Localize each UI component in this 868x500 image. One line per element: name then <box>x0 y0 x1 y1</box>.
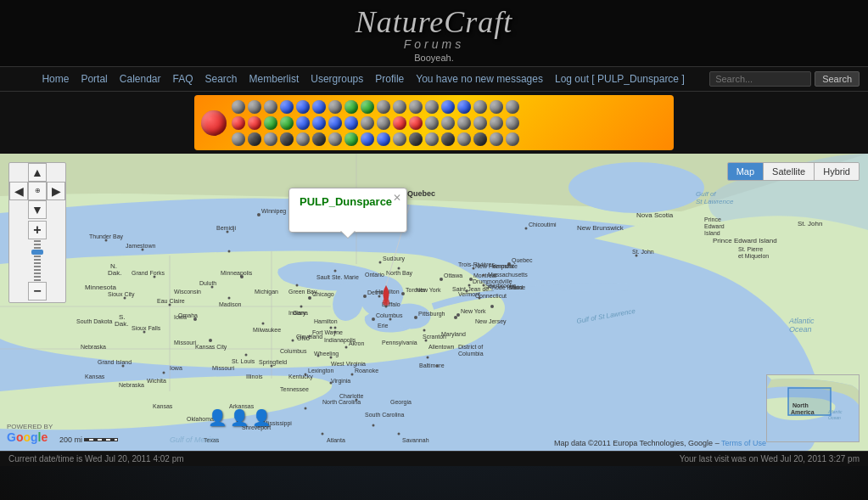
marble <box>312 132 326 146</box>
svg-point-179 <box>479 297 481 300</box>
zoom-slider[interactable]: + − <box>28 219 47 302</box>
svg-text:Allentown: Allentown <box>428 344 454 350</box>
svg-text:Sioux Falls: Sioux Falls <box>132 325 161 331</box>
svg-text:Jamestown: Jamestown <box>126 243 156 249</box>
marble <box>441 100 455 114</box>
svg-point-104 <box>372 424 375 427</box>
nav-faq[interactable]: FAQ <box>173 73 193 85</box>
svg-point-17 <box>440 278 443 281</box>
svg-point-23 <box>456 313 460 317</box>
svg-text:Kansas: Kansas <box>85 374 105 379</box>
svg-text:Madison: Madison <box>219 301 242 307</box>
svg-text:Ontario: Ontario <box>365 272 384 278</box>
marble <box>441 116 455 130</box>
svg-point-105 <box>292 340 294 342</box>
banner <box>194 95 674 150</box>
map-pan-left[interactable]: ◀ <box>9 182 28 200</box>
svg-text:Atlanta: Atlanta <box>327 437 345 443</box>
svg-text:Quebec: Quebec <box>407 189 435 198</box>
svg-text:Island: Island <box>704 230 720 236</box>
nav-memberlist[interactable]: Memberlist <box>249 73 300 85</box>
search-input[interactable] <box>709 71 811 87</box>
svg-text:New York: New York <box>416 287 441 293</box>
map-container[interactable]: Winnipeg Minneapolis Chicago Detroit Tor… <box>0 154 868 451</box>
svg-text:Wisconsin: Wisconsin <box>174 289 201 295</box>
nav-logout[interactable]: Log out [ PULP_Dunsparce ] <box>555 73 685 85</box>
svg-text:Bemidji: Bemidji <box>216 225 236 232</box>
site-subtitle: Forums <box>0 37 868 51</box>
marble <box>344 116 358 130</box>
marble <box>506 100 519 114</box>
nav-usergroups[interactable]: Usergroups <box>311 73 363 85</box>
zoom-handle[interactable] <box>31 250 43 255</box>
svg-point-137 <box>389 318 392 321</box>
scale-bar: 200 mi <box>59 435 118 444</box>
nav-profile[interactable]: Profile <box>375 73 404 85</box>
svg-text:Dak.: Dak. <box>115 320 128 328</box>
svg-point-124 <box>228 250 231 253</box>
nav-home[interactable]: Home <box>42 73 69 85</box>
svg-text:Thunder Bay: Thunder Bay <box>89 233 124 240</box>
svg-point-1 <box>568 162 704 213</box>
map-type-satellite[interactable]: Satellite <box>764 163 815 180</box>
marble <box>425 100 439 114</box>
navigation-bar: Home Portal Calendar FAQ Search Memberli… <box>0 66 868 92</box>
map-pan-up[interactable]: ▲ <box>28 163 47 182</box>
marble <box>457 100 471 114</box>
banner-content <box>194 97 674 149</box>
map-recenter[interactable]: ⊕ <box>28 182 47 200</box>
marble <box>232 100 245 114</box>
map-controls: ▲ ◀ ⊕ ▶ ▼ + − <box>8 162 66 303</box>
marble <box>490 100 503 114</box>
svg-text:Iowa: Iowa <box>174 314 187 320</box>
map-type-buttons: Map Satellite Hybrid <box>727 162 860 181</box>
user-icon-gray[interactable]: 👤 <box>252 408 271 427</box>
nav-search[interactable]: Search <box>205 73 238 85</box>
map-credit: Map data ©2011 Europa Technologies, Goog… <box>554 439 766 447</box>
popup-close-button[interactable]: ✕ <box>393 192 401 204</box>
svg-text:Indianapolis: Indianapolis <box>324 337 356 344</box>
svg-text:Gulf of: Gulf of <box>696 190 716 198</box>
map-pan-right[interactable]: ▶ <box>47 182 65 200</box>
marble <box>280 100 294 114</box>
marble <box>473 132 487 146</box>
svg-text:Kansas City: Kansas City <box>195 344 227 351</box>
svg-text:Massachusetts: Massachusetts <box>488 272 528 278</box>
svg-point-93 <box>351 374 354 376</box>
svg-point-146 <box>300 306 303 308</box>
marble <box>264 132 277 146</box>
footer: Current date/time is Wed Jul 20, 2011 4:… <box>0 451 868 466</box>
marble <box>506 132 519 146</box>
svg-text:New Jersey: New Jersey <box>475 318 507 325</box>
svg-point-148 <box>334 331 337 334</box>
search-button[interactable]: Search <box>815 71 860 87</box>
svg-text:Kentucky: Kentucky <box>288 374 313 380</box>
map-pan-down[interactable]: ▼ <box>28 200 47 219</box>
user-icon-brown[interactable]: 👤 <box>230 408 249 427</box>
svg-text:South Carolina: South Carolina <box>365 412 404 418</box>
map-type-hybrid[interactable]: Hybrid <box>815 163 859 180</box>
svg-point-175 <box>525 228 528 230</box>
map-type-map[interactable]: Map <box>728 163 764 180</box>
marble <box>377 116 390 130</box>
user-greeting: Booyeah. <box>0 53 868 63</box>
footer-datetime: Current date/time is Wed Jul 20, 2011 4:… <box>8 454 184 463</box>
svg-text:New Brunswick: New Brunswick <box>577 224 624 232</box>
svg-text:Iowa: Iowa <box>170 365 182 371</box>
marble <box>490 132 503 146</box>
svg-text:Trois-Rivières: Trois-Rivières <box>458 261 495 267</box>
terms-of-use-link[interactable]: Terms of Use <box>721 439 766 447</box>
zoom-out-button[interactable]: − <box>28 282 47 301</box>
zoom-in-button[interactable]: + <box>28 221 47 239</box>
user-icon-green[interactable]: 👤 <box>208 408 227 427</box>
marble <box>409 100 423 114</box>
nav-messages[interactable]: You have no new messages <box>416 73 543 85</box>
svg-text:Michigan: Michigan <box>255 289 278 295</box>
svg-text:Grand Island: Grand Island <box>98 359 132 365</box>
nav-portal[interactable]: Portal <box>81 73 107 85</box>
svg-point-161 <box>379 261 382 264</box>
svg-text:Missouri: Missouri <box>212 365 235 371</box>
svg-text:South Dakota: South Dakota <box>76 318 113 324</box>
svg-point-86 <box>163 372 165 374</box>
nav-calendar[interactable]: Calendar <box>120 73 161 85</box>
